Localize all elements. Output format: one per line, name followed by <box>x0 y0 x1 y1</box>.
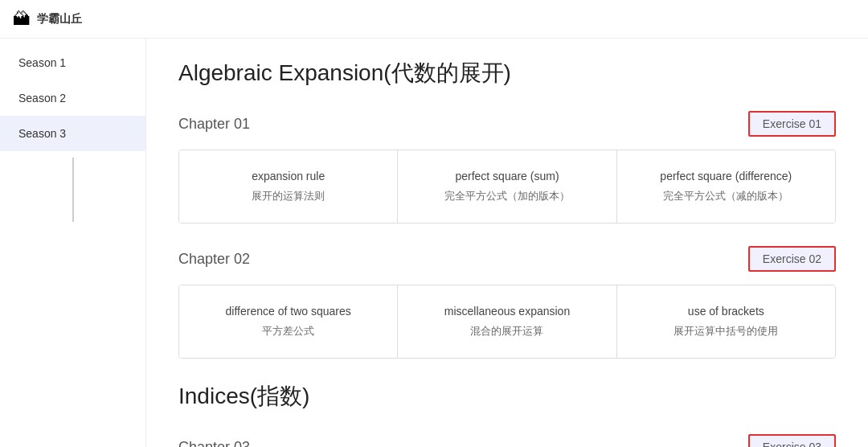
chapter-01-header: Chapter 01 Exercise 01 <box>178 111 836 137</box>
card-perfect-square-diff-subtitle: 完全平方公式（减的版本） <box>630 189 822 203</box>
card-diff-two-squares-title: difference of two squares <box>192 305 384 318</box>
chapter-03-label: Chapter 03 <box>178 439 250 448</box>
card-perfect-square-diff-title: perfect square (difference) <box>630 170 822 182</box>
section-2-title: Indices(指数) <box>178 381 836 412</box>
card-use-of-brackets[interactable]: use of brackets 展开运算中括号的使用 <box>617 285 835 358</box>
chapter-02-header: Chapter 02 Exercise 02 <box>178 246 836 272</box>
exercise-02-button[interactable]: Exercise 02 <box>748 246 836 272</box>
card-expansion-rule-subtitle: 展开的运算法则 <box>192 189 384 203</box>
sidebar-item-season1[interactable]: Season 1 <box>0 45 145 80</box>
card-expansion-rule-title: expansion rule <box>192 170 384 182</box>
chapter-03-header: Chapter 03 Exercise 03 <box>178 434 836 447</box>
header: 🏔 学霸山丘 <box>0 0 868 39</box>
page-title: Algebraic Expansion(代数的展开) <box>178 58 836 88</box>
exercise-03-button[interactable]: Exercise 03 <box>748 434 836 447</box>
card-misc-expansion-subtitle: 混合的展开运算 <box>411 324 603 338</box>
card-perfect-square-sum-title: perfect square (sum) <box>411 170 603 182</box>
logo-text: 学霸山丘 <box>37 12 82 27</box>
exercise-01-button[interactable]: Exercise 01 <box>748 111 836 137</box>
card-perfect-square-diff[interactable]: perfect square (difference) 完全平方公式（减的版本） <box>617 150 835 223</box>
card-use-of-brackets-subtitle: 展开运算中括号的使用 <box>630 324 822 338</box>
content-area: Algebraic Expansion(代数的展开) Chapter 01 Ex… <box>146 39 868 447</box>
chapter-01-label: Chapter 01 <box>178 116 250 133</box>
card-use-of-brackets-title: use of brackets <box>630 305 822 318</box>
card-perfect-square-sum[interactable]: perfect square (sum) 完全平方公式（加的版本） <box>398 150 616 223</box>
sidebar-item-season3[interactable]: Season 3 <box>0 116 145 151</box>
sidebar-item-season2[interactable]: Season 2 <box>0 80 145 116</box>
logo-icon: 🏔 <box>13 9 31 30</box>
sidebar-divider <box>72 158 74 222</box>
sidebar: Season 1 Season 2 Season 3 <box>0 39 146 447</box>
chapter-02-cards: difference of two squares 平方差公式 miscella… <box>178 285 836 359</box>
card-misc-expansion-title: miscellaneous expansion <box>411 305 603 318</box>
card-perfect-square-sum-subtitle: 完全平方公式（加的版本） <box>411 189 603 203</box>
chapter-02-label: Chapter 02 <box>178 251 250 268</box>
card-diff-two-squares[interactable]: difference of two squares 平方差公式 <box>179 285 398 358</box>
chapter-01-cards: expansion rule 展开的运算法则 perfect square (s… <box>178 150 836 224</box>
card-expansion-rule[interactable]: expansion rule 展开的运算法则 <box>179 150 398 223</box>
card-diff-two-squares-subtitle: 平方差公式 <box>192 324 384 338</box>
main-layout: Season 1 Season 2 Season 3 Algebraic Exp… <box>0 39 868 447</box>
card-misc-expansion[interactable]: miscellaneous expansion 混合的展开运算 <box>398 285 616 358</box>
